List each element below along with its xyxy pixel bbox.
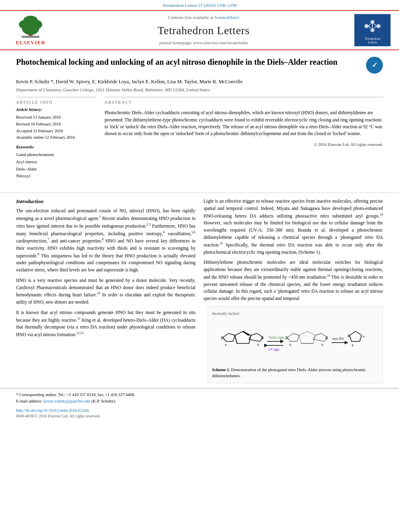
svg-point-10 — [370, 28, 374, 32]
reaction-diagram: R R S S Visible light UV light — [212, 318, 378, 365]
available-date: Available online 12 February 2016 — [16, 134, 97, 141]
journal-homepage: journal homepage: www.elsevier.com/locat… — [159, 40, 248, 46]
journal-header: ELSEVIER Contents lists available at Sci… — [0, 11, 399, 50]
crossmark-icon[interactable]: ✓ — [366, 57, 383, 74]
svg-text:S: S — [225, 343, 227, 347]
tetrahedron-logo-text: TetrahedronLetters — [365, 37, 380, 45]
right-para2: Dithienylethene photochromic molecules a… — [204, 259, 383, 302]
affiliation-line: Department of Chemistry, Goucher College… — [16, 87, 383, 93]
intro-para1: The one-electron reduced and protonated … — [16, 207, 195, 273]
svg-text:UV light: UV light — [268, 348, 280, 351]
authors-text: Kevin P. Schultz *, David W. Spivey, E. … — [16, 79, 243, 84]
copyright-line: © 2016 Elsevier Ltd. All rights reserved… — [105, 142, 383, 148]
elsevier-tree-icon — [14, 16, 47, 38]
keyword-4: Nitroxyl — [16, 173, 97, 180]
received-date: Received 13 January 2016 — [16, 114, 97, 121]
svg-point-7 — [364, 24, 368, 28]
svg-text:R: R — [348, 334, 350, 338]
svg-text:R: R — [285, 336, 288, 340]
doi-line: http://dx.doi.org/10.1016/j.tetlet.2016.… — [0, 406, 399, 413]
svg-line-19 — [243, 331, 249, 335]
authors-line: Kevin P. Schultz *, David W. Spivey, E. … — [16, 78, 383, 86]
introduction-title: Introduction — [16, 198, 195, 205]
intro-para2: HNO is a very reactive species and must … — [16, 277, 195, 306]
svg-point-8 — [370, 20, 374, 24]
article-info-col: ARTICLE INFO Article history: Received 1… — [16, 97, 97, 180]
keywords-label: Keywords: — [16, 144, 97, 150]
scheme-caption-text: Demonstration of the photogated retro Di… — [212, 368, 366, 378]
elsevier-logo: ELSEVIER — [8, 14, 53, 46]
article-title: Photochemical locking and unlocking of a… — [16, 57, 362, 67]
footnote-star: * Corresponding author. Tel.: +1 410 337… — [16, 392, 383, 398]
article-info-abstract: ARTICLE INFO Article history: Received 1… — [16, 97, 383, 180]
issn-line: 0040-4039/© 2016 Elsevier Ltd. All right… — [0, 413, 399, 422]
email-link[interactable]: kevin.schultz@goucher.edu — [43, 399, 90, 403]
tetrahedron-logo-area: TetrahedronLetters — [352, 14, 393, 46]
article-title-section: Photochemical locking and unlocking of a… — [16, 57, 383, 76]
keyword-2: Acyl nitroso — [16, 158, 97, 166]
svg-point-9 — [376, 24, 380, 28]
journal-reference: Tetrahedron Letters 57 (2016) 1296–1299 — [0, 0, 399, 11]
keyword-1: Gated photochromism — [16, 151, 97, 158]
scheme-figure: thermally locked — [208, 306, 383, 383]
journal-ref-text: Tetrahedron Letters 57 (2016) 1296–1299 — [162, 3, 237, 8]
scheme-caption: Scheme 1. Demonstration of the photogate… — [212, 367, 378, 379]
keyword-3: Diels–Alder — [16, 166, 97, 173]
content-divider — [0, 193, 399, 193]
svg-text:S: S — [352, 343, 354, 347]
abstract-col: ABSTRACT Photochromic Diels–Alder cycloa… — [105, 97, 383, 180]
svg-text:R: R — [261, 336, 264, 340]
footnote-area: * Corresponding author. Tel.: +1 410 337… — [0, 388, 399, 406]
svg-rect-5 — [22, 36, 39, 38]
tetrahedron-logo: TetrahedronLetters — [354, 14, 391, 46]
article-content: Photochemical locking and unlocking of a… — [0, 50, 399, 188]
doi-link[interactable]: http://dx.doi.org/10.1016/j.tetlet.2016.… — [16, 408, 89, 413]
article-history-label: Article history: — [16, 107, 97, 113]
svg-text:S: S — [257, 343, 259, 347]
svg-text:S: S — [321, 343, 323, 347]
svg-marker-30 — [287, 333, 299, 341]
article-dates: Received 13 January 2016 Revised 10 Febr… — [16, 114, 97, 141]
tetrahedron-icon — [360, 16, 385, 36]
elsevier-text: ELSEVIER — [16, 39, 45, 46]
body-col-left: Introduction The one-electron reduced an… — [16, 198, 195, 383]
svg-text:R: R — [221, 336, 224, 340]
sciencedirect-link: Contents lists available at ScienceDirec… — [168, 14, 239, 21]
sciencedirect-anchor[interactable]: ScienceDirect — [214, 15, 239, 20]
svg-marker-29 — [299, 331, 315, 343]
abstract-header: ABSTRACT — [105, 100, 383, 105]
scheme-1-area: thermally locked — [204, 306, 383, 383]
intro-para3: It is known that acyl nitroso compounds … — [16, 309, 195, 339]
abstract-text: Photochromic Diels–Alder cycloadducts co… — [105, 107, 383, 140]
svg-text:+: + — [362, 334, 365, 340]
svg-line-20 — [235, 335, 237, 343]
svg-text:Visible light: Visible light — [268, 336, 284, 339]
journal-title: Tetrahedron Letters — [157, 23, 249, 38]
article-info-header: ARTICLE INFO — [16, 100, 97, 105]
journal-header-center: Contents lists available at ScienceDirec… — [59, 14, 348, 46]
svg-text:S: S — [289, 343, 291, 347]
right-para1: Light is an effective trigger to release… — [204, 198, 383, 256]
email-name: (K.P. Schultz). — [91, 399, 116, 403]
svg-marker-17 — [223, 333, 235, 341]
revised-date: Revised 10 February 2016 — [16, 121, 97, 128]
accepted-date: Accepted 11 February 2016 — [16, 128, 97, 135]
svg-marker-16 — [235, 331, 251, 343]
scheme-svg: R R S S Visible light UV light — [219, 321, 372, 362]
footnote-email: E-mail address: kevin.schultz@goucher.ed… — [16, 398, 383, 405]
elsevier-logo-area: ELSEVIER — [6, 14, 55, 46]
email-label: E-mail address: — [16, 399, 43, 403]
scheme-label: Scheme 1. — [212, 368, 230, 372]
keywords-list: Gated photochromism Acyl nitroso Diels–A… — [16, 151, 97, 180]
svg-marker-39 — [350, 331, 362, 341]
svg-point-4 — [23, 16, 38, 25]
body-col-right: Light is an effective trigger to release… — [204, 198, 383, 383]
thermally-locked-label: thermally locked — [212, 311, 378, 316]
svg-text:retro DA: retro DA — [332, 337, 344, 341]
svg-text:R: R — [325, 336, 328, 340]
main-body: Introduction The one-electron reduced an… — [0, 198, 399, 383]
